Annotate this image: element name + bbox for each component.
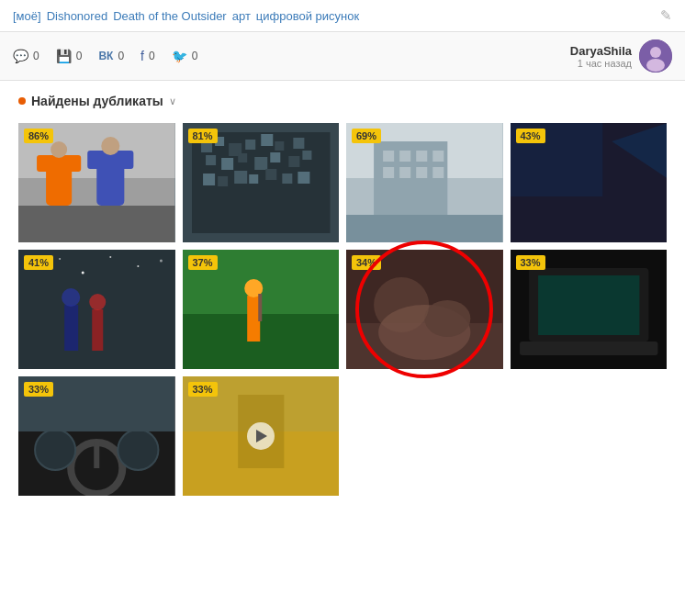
- svg-point-69: [424, 300, 470, 337]
- fb-count: f 0: [140, 49, 155, 63]
- svg-rect-11: [51, 141, 67, 158]
- images-grid-row1: 86%: [18, 123, 667, 242]
- tw-number: 0: [192, 50, 198, 62]
- percent-badge-6: 37%: [188, 255, 218, 270]
- svg-rect-65: [258, 294, 262, 321]
- tw-count: 🐦 0: [172, 49, 198, 63]
- vk-count: ВК 0: [98, 50, 124, 62]
- svg-rect-18: [261, 134, 273, 146]
- play-button[interactable]: [247, 422, 275, 450]
- breadcrumb-digital[interactable]: цифровой рисунок: [256, 9, 359, 23]
- svg-rect-40: [416, 151, 427, 162]
- svg-rect-32: [265, 169, 276, 180]
- play-triangle-icon: [256, 430, 267, 442]
- svg-rect-63: [247, 296, 260, 342]
- percent-badge-8: 33%: [516, 255, 545, 270]
- breadcrumb: [моё] Dishonored Death of the Outsider а…: [13, 9, 660, 23]
- duplicate-item-5[interactable]: 41%: [18, 250, 175, 369]
- svg-rect-23: [238, 153, 247, 162]
- breadcrumb-bar: [моё] Dishonored Death of the Outsider а…: [0, 0, 685, 32]
- user-time: 1 час назад: [570, 58, 632, 69]
- duplicate-item-8[interactable]: 33%: [511, 250, 668, 369]
- percent-badge-5: 41%: [24, 255, 53, 270]
- duplicate-item-6[interactable]: 37%: [183, 250, 340, 369]
- svg-rect-73: [538, 275, 639, 335]
- svg-rect-31: [249, 174, 258, 184]
- svg-rect-29: [218, 176, 228, 186]
- svg-point-80: [118, 430, 158, 470]
- vk-number: 0: [118, 50, 124, 62]
- svg-rect-43: [399, 167, 410, 178]
- duplicate-item-9[interactable]: 33%: [18, 376, 175, 496]
- fb-icon: f: [140, 49, 144, 63]
- percent-badge-2: 81%: [188, 129, 218, 143]
- breadcrumb-art[interactable]: арт: [232, 9, 251, 23]
- svg-rect-28: [203, 174, 215, 185]
- svg-point-52: [59, 258, 61, 260]
- svg-rect-38: [383, 151, 394, 162]
- fb-number: 0: [149, 50, 155, 62]
- svg-point-58: [62, 288, 80, 307]
- edit-icon[interactable]: ✎: [660, 7, 672, 24]
- avatar[interactable]: [639, 39, 672, 73]
- svg-rect-5: [18, 206, 175, 242]
- svg-rect-26: [288, 156, 299, 167]
- svg-rect-25: [270, 152, 280, 162]
- user-info: DaryaShila 1 час назад: [570, 39, 672, 73]
- save-count: 💾 0: [56, 49, 83, 63]
- svg-point-60: [89, 294, 106, 310]
- breadcrumb-my[interactable]: [моё]: [13, 9, 41, 23]
- tw-icon: 🐦: [172, 49, 187, 63]
- svg-point-79: [35, 430, 75, 470]
- save-number: 0: [76, 50, 83, 62]
- duplicate-item-3[interactable]: 69%: [346, 123, 503, 242]
- images-grid-row3: 33% 33%: [18, 376, 667, 496]
- svg-rect-45: [432, 167, 444, 178]
- svg-point-2: [646, 59, 665, 72]
- svg-point-53: [82, 272, 84, 274]
- comment-number: 0: [33, 50, 39, 62]
- svg-rect-44: [416, 167, 427, 178]
- svg-rect-22: [221, 158, 233, 170]
- svg-rect-42: [383, 167, 394, 178]
- vk-icon: ВК: [98, 50, 113, 62]
- user-text-block: DaryaShila 1 час назад: [570, 44, 632, 69]
- svg-rect-46: [346, 215, 503, 242]
- duplicates-section: Найдены дубликаты ∨: [0, 81, 685, 509]
- percent-badge-9: 33%: [24, 382, 53, 397]
- duplicate-item-7[interactable]: 34%: [346, 250, 503, 369]
- chevron-down-icon[interactable]: ∨: [169, 95, 176, 107]
- svg-rect-74: [520, 342, 657, 355]
- svg-point-54: [109, 256, 111, 258]
- svg-rect-8: [101, 137, 119, 155]
- duplicate-item-4[interactable]: 43%: [511, 123, 668, 242]
- duplicate-item-1[interactable]: 86%: [18, 123, 175, 242]
- header-dot: [18, 97, 26, 105]
- breadcrumb-death-outsider[interactable]: Death of the Outsider: [113, 9, 227, 23]
- svg-point-55: [137, 265, 139, 267]
- social-items: 💬 0 💾 0 ВК 0 f 0 🐦 0: [13, 49, 570, 63]
- breadcrumb-dishonored[interactable]: Dishonored: [47, 9, 108, 23]
- svg-rect-30: [234, 171, 247, 184]
- user-name: DaryaShila: [570, 44, 632, 58]
- svg-point-70: [374, 277, 429, 332]
- svg-rect-78: [94, 442, 99, 468]
- svg-point-1: [650, 47, 661, 58]
- percent-badge-10: 33%: [188, 382, 218, 397]
- svg-rect-34: [298, 172, 309, 184]
- duplicate-item-10[interactable]: 33%: [183, 376, 340, 496]
- svg-rect-39: [399, 151, 410, 162]
- svg-rect-62: [183, 314, 340, 369]
- images-grid-row2: 41% 37%: [18, 250, 667, 369]
- duplicates-title: Найдены дубликаты: [31, 94, 163, 108]
- svg-rect-27: [302, 151, 311, 160]
- percent-badge-1: 86%: [24, 129, 53, 143]
- comment-icon: 💬: [13, 49, 28, 63]
- svg-rect-41: [432, 151, 444, 162]
- percent-badge-4: 43%: [516, 129, 545, 143]
- duplicate-item-2[interactable]: 81%: [183, 123, 340, 242]
- percent-badge-3: 69%: [352, 129, 381, 143]
- svg-rect-24: [254, 157, 267, 170]
- social-bar: 💬 0 💾 0 ВК 0 f 0 🐦 0 DaryaShila 1 час на…: [0, 32, 685, 81]
- svg-rect-20: [293, 138, 304, 149]
